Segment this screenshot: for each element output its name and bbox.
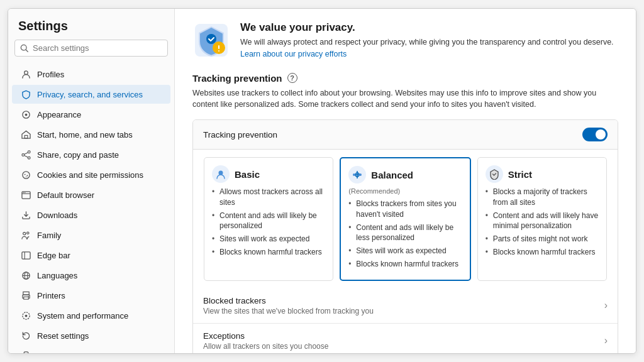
sidebar-item-label: Downloads bbox=[37, 211, 77, 220]
cookie-icon bbox=[21, 170, 31, 180]
language-icon bbox=[21, 270, 31, 280]
sidebar-item-edgebar[interactable]: Edge bar bbox=[12, 246, 170, 265]
paint-icon bbox=[21, 109, 31, 119]
browser-icon bbox=[21, 190, 31, 200]
blocked-trackers-row[interactable]: Blocked trackers View the sites that we'… bbox=[193, 288, 618, 324]
exceptions-row[interactable]: Exceptions Allow all trackers on sites y… bbox=[193, 324, 618, 353]
sidebar-item-label: Privacy, search, and services bbox=[37, 90, 143, 99]
printer-icon bbox=[21, 290, 31, 300]
sidebar-item-label: Cookies and site permissions bbox=[37, 170, 143, 180]
basic-option[interactable]: Basic Allows most trackers across all si… bbox=[204, 157, 333, 281]
sidebar-item-cookies[interactable]: Cookies and site permissions bbox=[12, 165, 170, 184]
sidebar-item-label: Appearance bbox=[37, 110, 81, 119]
strict-bullets: Blocks a majority of trackers from all s… bbox=[486, 187, 599, 258]
svg-point-18 bbox=[24, 192, 25, 193]
privacy-link[interactable]: Learn about our privacy efforts bbox=[240, 50, 347, 58]
sidebar-item-label: Share, copy and paste bbox=[37, 150, 119, 160]
svg-point-20 bbox=[26, 232, 28, 234]
edge-icon bbox=[21, 250, 31, 260]
sidebar-item-defaultbrowser[interactable]: Default browser bbox=[12, 185, 170, 204]
svg-line-1 bbox=[26, 50, 28, 52]
privacy-banner-desc: We will always protect and respect your … bbox=[240, 36, 618, 60]
balanced-option[interactable]: Balanced (Recommended) Blocks trackers f… bbox=[340, 157, 470, 281]
svg-point-29 bbox=[28, 295, 29, 297]
balanced-icon bbox=[348, 166, 366, 184]
svg-rect-39 bbox=[218, 50, 219, 52]
sidebar-item-label: Family bbox=[37, 231, 61, 240]
sidebar-item-label: Phone and other devices bbox=[37, 351, 128, 354]
privacy-text: We value your privacy. We will always pr… bbox=[240, 21, 618, 60]
balanced-subtitle: (Recommended) bbox=[348, 187, 462, 195]
search-icon bbox=[20, 44, 29, 53]
sidebar-item-languages[interactable]: Languages bbox=[12, 266, 170, 285]
svg-rect-28 bbox=[23, 297, 28, 299]
basic-icon bbox=[212, 165, 230, 183]
svg-rect-32 bbox=[24, 351, 28, 353]
svg-line-10 bbox=[24, 155, 28, 157]
download-icon bbox=[21, 210, 31, 220]
system-icon bbox=[21, 310, 31, 321]
svg-point-17 bbox=[23, 192, 24, 193]
home-icon bbox=[21, 129, 31, 140]
main-content: We value your privacy. We will always pr… bbox=[175, 9, 636, 353]
tracking-card-title: Tracking prevention bbox=[203, 130, 277, 140]
svg-rect-5 bbox=[25, 135, 28, 138]
sidebar-item-downloads[interactable]: Downloads bbox=[12, 206, 170, 224]
family-icon bbox=[21, 230, 31, 240]
sidebar-item-profiles[interactable]: Profiles bbox=[12, 65, 170, 84]
sidebar: Settings Profiles Privacy, search, and s… bbox=[8, 9, 175, 353]
tracking-card: Tracking prevention Basic bbox=[192, 119, 618, 353]
svg-point-7 bbox=[21, 153, 24, 156]
phone-icon bbox=[21, 351, 31, 353]
sidebar-item-system[interactable]: System and performance bbox=[12, 306, 170, 325]
svg-point-19 bbox=[23, 232, 25, 234]
sidebar-item-label: Reset settings bbox=[37, 331, 89, 341]
sidebar-item-printers[interactable]: Printers bbox=[12, 286, 170, 305]
exceptions-title: Exceptions bbox=[203, 331, 328, 341]
sidebar-item-appearance[interactable]: Appearance bbox=[12, 105, 170, 124]
search-box[interactable] bbox=[14, 40, 168, 57]
shield-icon bbox=[21, 89, 31, 99]
sidebar-item-start[interactable]: Start, home, and new tabs bbox=[12, 125, 170, 144]
blocked-trackers-sub: View the sites that we've blocked from t… bbox=[203, 307, 374, 315]
sidebar-item-family[interactable]: Family bbox=[12, 226, 170, 244]
svg-rect-21 bbox=[21, 251, 30, 258]
tracking-options: Basic Allows most trackers across all si… bbox=[193, 150, 618, 288]
person-icon bbox=[21, 69, 31, 79]
tracking-toggle[interactable] bbox=[582, 128, 608, 141]
svg-point-45 bbox=[359, 173, 362, 176]
sidebar-item-phone[interactable]: Phone and other devices bbox=[12, 346, 170, 353]
privacy-banner-title: We value your privacy. bbox=[240, 21, 618, 34]
help-icon[interactable]: ? bbox=[287, 73, 297, 83]
privacy-banner: We value your privacy. We will always pr… bbox=[192, 21, 618, 60]
svg-rect-26 bbox=[23, 292, 28, 295]
tracking-section-title: Tracking prevention ? bbox=[192, 73, 618, 84]
sidebar-item-label: Printers bbox=[37, 291, 65, 300]
svg-point-36 bbox=[206, 34, 216, 44]
chevron-right-icon: › bbox=[604, 300, 608, 311]
svg-line-9 bbox=[24, 152, 28, 154]
sidebar-item-label: Default browser bbox=[37, 190, 94, 200]
svg-point-44 bbox=[353, 173, 355, 176]
sidebar-item-reset[interactable]: Reset settings bbox=[12, 326, 170, 345]
settings-window: Settings Profiles Privacy, search, and s… bbox=[8, 8, 636, 354]
basic-title: Basic bbox=[235, 169, 260, 180]
svg-point-12 bbox=[24, 173, 25, 175]
basic-bullets: Allows most trackers across all sites Co… bbox=[212, 187, 325, 258]
strict-title: Strict bbox=[508, 169, 532, 180]
svg-point-14 bbox=[25, 176, 26, 177]
sidebar-item-label: Languages bbox=[37, 271, 77, 280]
privacy-icon bbox=[192, 21, 230, 59]
strict-option[interactable]: Strict Blocks a majority of trackers fro… bbox=[477, 157, 607, 281]
tracking-section-desc: Websites use trackers to collect info ab… bbox=[192, 87, 618, 111]
search-input[interactable] bbox=[33, 43, 162, 53]
sidebar-item-label: Profiles bbox=[37, 70, 64, 79]
svg-point-13 bbox=[26, 175, 28, 176]
sidebar-item-label: Edge bar bbox=[37, 251, 70, 260]
svg-point-6 bbox=[28, 150, 30, 153]
strict-icon bbox=[486, 165, 503, 183]
svg-rect-38 bbox=[218, 45, 219, 49]
balanced-title: Balanced bbox=[371, 170, 413, 180]
sidebar-item-privacy[interactable]: Privacy, search, and services bbox=[12, 85, 170, 104]
sidebar-item-share[interactable]: Share, copy and paste bbox=[12, 145, 170, 164]
